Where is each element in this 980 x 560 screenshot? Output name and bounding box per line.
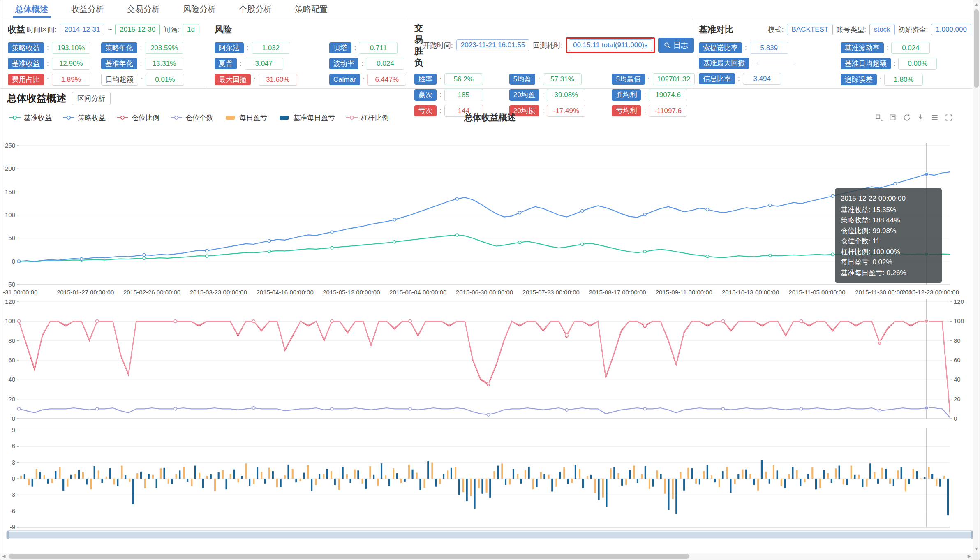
stat-colon: : [648, 75, 650, 83]
stat-label: 贝塔 [329, 42, 351, 53]
legend-label: 杠杆比例 [361, 113, 389, 123]
log-button[interactable]: 日志 [658, 38, 694, 53]
vertical-scrollbar[interactable]: ▲ ▼ [973, 0, 980, 553]
svg-text:120: 120 [954, 298, 964, 305]
datazoom-range[interactable] [7, 532, 973, 538]
tab-1[interactable]: 总体概述 [4, 0, 60, 18]
account-type-value[interactable]: stock [869, 24, 895, 35]
stat-row: 贝塔:0.711 [329, 42, 407, 54]
stat-label: 20均盈 [509, 89, 539, 100]
legend-item[interactable]: 基准每日盈亏 [278, 113, 335, 123]
datazoom-handle-left[interactable] [7, 531, 9, 539]
panel-benchmark: 基准对比 模式: BACKTEST 账号类型: stock 初始资金: 1,00… [691, 18, 979, 88]
tab-2[interactable]: 收益分析 [60, 0, 116, 18]
horizontal-scroll-thumb[interactable] [9, 554, 689, 559]
scroll-up-arrow-icon[interactable]: ▲ [973, 2, 980, 7]
backtest-dashboard: 总体概述收益分析交易分析风险分析个股分析策略配置 收益 时间区间: 2014-1… [0, 0, 980, 560]
legend-item[interactable]: 每日盈亏 [224, 113, 267, 123]
initial-capital-value[interactable]: 1,000,000 [931, 24, 971, 35]
stat-label: 基准波动率 [841, 42, 884, 53]
svg-text:0: 0 [12, 415, 15, 422]
stat-row: 赢次:185 [414, 89, 483, 101]
stat-row: 夏普:3.047 [215, 58, 297, 69]
scroll-down-arrow-icon[interactable]: ▼ [973, 546, 980, 551]
svg-text:2015-06-30 00:00:00: 2015-06-30 00:00:00 [456, 289, 513, 296]
stat-value: 3.494 [743, 73, 781, 85]
stat-value: 1.032 [252, 42, 290, 54]
svg-text:150: 150 [5, 188, 15, 195]
stat-label: 夏普 [215, 58, 237, 69]
legend-item[interactable]: 仓位个数 [170, 113, 213, 123]
legend-item[interactable]: 仓位比例 [116, 113, 159, 123]
elapsed-input[interactable]: 00:15:11 total(911.000)s [569, 39, 652, 51]
stat-colon: : [47, 75, 49, 83]
panel-trade-title: 交易胜负 [414, 22, 423, 68]
datazoom-slider[interactable] [6, 530, 974, 539]
stat-value: 39.08% [547, 89, 585, 101]
stat-row: 最大回撤:31.60% [215, 74, 297, 86]
stat-value: 31.60% [259, 74, 297, 86]
svg-text:2015-07-23 00:00:00: 2015-07-23 00:00:00 [522, 289, 580, 296]
scroll-left-arrow-icon[interactable]: ◀ [0, 554, 7, 558]
stat-value: 5.839 [750, 42, 788, 54]
tab-3[interactable]: 交易分析 [116, 0, 171, 18]
stat-label: 追踪误差 [841, 74, 877, 85]
tab-bar: 总体概述收益分析交易分析风险分析个股分析策略配置 [0, 0, 980, 18]
svg-text:-6: -6 [10, 507, 15, 514]
tab-6[interactable]: 策略配置 [283, 0, 339, 18]
stat-colon: : [439, 91, 441, 99]
svg-text:0: 0 [12, 258, 15, 265]
legend-item[interactable]: 杠杆比例 [346, 113, 389, 123]
svg-text:20: 20 [954, 396, 961, 403]
stat-row: 追踪误差:1.80% [841, 74, 937, 86]
interval-analysis-button[interactable]: 区间分析 [72, 92, 111, 105]
stat-label: 波动率 [329, 58, 358, 69]
tooltip-row: 杠杆比例: 100.00% [841, 247, 936, 257]
stat-value: 6.447% [368, 74, 406, 86]
interval-label: 间隔: [163, 25, 179, 35]
svg-text:3: 3 [12, 459, 15, 466]
run-time-input[interactable]: 2023-11-21 16:01:55 [456, 39, 530, 51]
stat-label: 胜率 [414, 74, 437, 85]
panel-income: 收益 时间区间: 2014-12-31 ~ 2015-12-30 间隔: 1d … [0, 18, 207, 88]
svg-text:0: 0 [954, 415, 957, 422]
stat-value: 57.31% [543, 73, 582, 85]
svg-text:2015-10-13 00:00:00: 2015-10-13 00:00:00 [722, 289, 779, 296]
end-date-input[interactable]: 2015-12-30 [115, 24, 160, 35]
stat-colon: : [880, 75, 882, 83]
start-date-input[interactable]: 2014-12-31 [60, 24, 104, 35]
mode-value[interactable]: BACKTEST [787, 24, 833, 35]
chart-tooltip: 2015-12-22 00:00:00 基准收益: 15.35%策略收益: 18… [835, 188, 942, 283]
data-view-icon[interactable] [930, 113, 939, 122]
main-returns-chart[interactable]: 250200150100500-50-31 00:00:002015-01-27… [0, 127, 968, 297]
stat-row: 20均盈:39.08% [509, 89, 586, 101]
vertical-scroll-thumb[interactable] [974, 9, 979, 88]
tab-5[interactable]: 个股分析 [227, 0, 283, 18]
interval-input[interactable]: 1d [183, 24, 199, 35]
legend-item[interactable]: 策略收益 [62, 113, 106, 123]
stat-label: Calmar [329, 74, 360, 85]
scrollbar-corner [973, 553, 980, 560]
daily-pnl-chart[interactable]: 9630-3-6-9 [0, 427, 968, 530]
legend-item[interactable]: 基准收益 [9, 113, 52, 123]
svg-text:2015-09-11 00:00:00: 2015-09-11 00:00:00 [656, 289, 712, 296]
legend-label: 仓位个数 [185, 113, 213, 123]
stat-row: 胜率:56.2% [414, 73, 483, 85]
svg-text:60: 60 [8, 356, 15, 363]
refresh-icon[interactable] [902, 113, 911, 122]
svg-text:120: 120 [5, 298, 15, 305]
tab-4[interactable]: 风险分析 [171, 0, 227, 18]
horizontal-scrollbar[interactable]: ◀ ▶ [0, 553, 973, 560]
svg-text:9: 9 [12, 427, 15, 433]
stat-value: 13.31% [145, 58, 183, 69]
legend-line-marker-icon [116, 115, 129, 120]
scroll-right-arrow-icon[interactable]: ▶ [966, 554, 973, 558]
position-ratio-chart[interactable]: 120120100100808060604040202000 [0, 297, 968, 427]
zoom-select-icon[interactable] [874, 113, 883, 122]
fullscreen-icon[interactable] [944, 113, 953, 122]
stat-row: 波动率:0.024 [329, 58, 407, 69]
stat-row: 策略年化:203.59% [101, 42, 185, 54]
download-icon[interactable] [916, 113, 925, 122]
stat-colon: : [363, 75, 365, 83]
zoom-reset-icon[interactable] [888, 113, 897, 122]
